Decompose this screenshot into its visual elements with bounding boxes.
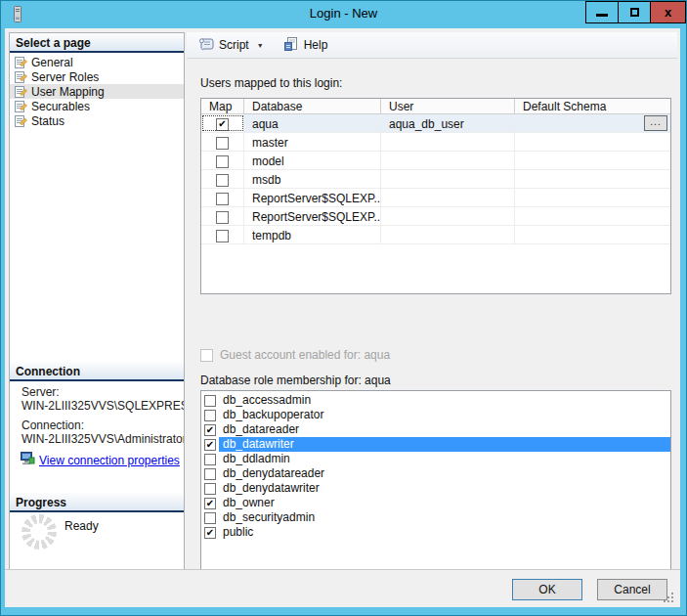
role-item[interactable]: db_accessadmin — [201, 393, 670, 408]
guest-account-label: Guest account enabled for: aqua — [220, 348, 390, 362]
role-checkbox[interactable] — [204, 512, 216, 524]
role-item[interactable]: db_denydatawriter — [201, 481, 670, 496]
table-row[interactable]: ReportServer$SQLEXP... — [201, 207, 670, 226]
role-name: db_backupoperator — [219, 408, 670, 422]
sidebar-page-item[interactable]: Status — [10, 113, 184, 128]
map-checkbox[interactable] — [216, 174, 229, 187]
table-row[interactable]: ✔aquaaqua_db_user... — [201, 114, 670, 133]
page-icon — [15, 85, 27, 98]
table-row[interactable]: model — [201, 152, 670, 170]
table-body: ✔aquaaqua_db_user...mastermodelmsdbRepor… — [201, 114, 670, 244]
database-cell: ReportServer$SQLEXP... — [244, 207, 381, 225]
role-item[interactable]: db_securityadmin — [201, 510, 670, 525]
page-icon — [15, 56, 27, 68]
sidebar-page-item[interactable]: Securables — [10, 99, 184, 113]
map-cell — [201, 170, 244, 188]
table-row[interactable]: ReportServer$SQLEXP... — [201, 189, 670, 207]
table-row[interactable]: tempdb — [201, 226, 670, 244]
map-cell — [201, 189, 244, 206]
ok-button[interactable]: OK — [512, 579, 582, 600]
role-checkbox[interactable]: ✔ — [204, 498, 216, 509]
progress-status: Ready — [64, 519, 99, 533]
map-cell — [201, 152, 244, 169]
page-label: Securables — [31, 100, 90, 113]
role-item[interactable]: ✔db_datawriter — [201, 437, 670, 452]
column-header: Map — [201, 99, 244, 113]
map-checkbox[interactable] — [216, 155, 229, 168]
sidebar-page-item[interactable]: User Mapping — [10, 84, 184, 99]
table-row[interactable]: msdb — [201, 170, 670, 189]
column-header: Default Schema — [515, 99, 670, 113]
help-icon — [283, 36, 299, 55]
close-icon: x — [665, 5, 671, 20]
role-item[interactable]: ✔public — [201, 525, 670, 540]
role-item[interactable]: ✔db_owner — [201, 496, 670, 510]
role-checkbox[interactable] — [204, 483, 216, 495]
default-schema-cell — [515, 152, 670, 169]
role-item[interactable]: db_ddladmin — [201, 452, 670, 466]
sidebar-page-item[interactable]: General — [10, 55, 184, 69]
user-cell — [381, 207, 515, 225]
footer: OK Cancel — [5, 569, 680, 607]
map-checkbox[interactable] — [216, 211, 229, 224]
titlebar: Login - New x — [1, 1, 686, 28]
table-row[interactable]: master — [201, 133, 670, 152]
sidebar: Select a page GeneralServer RolesUser Ma… — [9, 32, 185, 571]
sidebar-page-item[interactable]: Server Roles — [10, 69, 184, 84]
page-list: GeneralServer RolesUser MappingSecurable… — [10, 55, 184, 128]
maximize-button[interactable] — [618, 1, 650, 23]
role-item[interactable]: db_denydatareader — [201, 466, 670, 481]
help-label: Help — [304, 38, 328, 52]
map-cell — [201, 133, 244, 151]
role-checkbox[interactable]: ✔ — [204, 439, 216, 451]
role-name: db_denydatareader — [219, 466, 670, 481]
role-item[interactable]: db_backupoperator — [201, 408, 670, 422]
default-schema-cell — [515, 226, 670, 243]
server-label: Server: — [21, 385, 60, 399]
role-checkbox[interactable] — [204, 395, 216, 407]
script-button[interactable]: Script ▼ — [194, 34, 268, 57]
database-cell: aqua — [244, 114, 381, 132]
column-header: User — [381, 99, 515, 113]
map-checkbox[interactable] — [216, 230, 229, 242]
role-name: public — [219, 525, 670, 540]
users-mapped-label: Users mapped to this login: — [200, 76, 342, 90]
role-name: db_securityadmin — [219, 510, 670, 525]
role-checkbox[interactable]: ✔ — [204, 527, 216, 539]
user-cell — [381, 189, 515, 206]
connection-label: Connection: — [21, 418, 84, 432]
cancel-button[interactable]: Cancel — [597, 579, 667, 600]
minimize-button[interactable] — [585, 1, 618, 23]
role-membership-label: Database role membership for: aqua — [200, 374, 391, 387]
role-checkbox[interactable] — [204, 454, 216, 465]
connection-header: Connection — [10, 362, 184, 381]
map-checkbox[interactable]: ✔ — [216, 118, 229, 131]
database-cell: master — [244, 133, 381, 151]
resize-grip[interactable] — [663, 592, 674, 603]
script-label: Script — [219, 38, 249, 52]
database-cell: model — [244, 152, 381, 169]
default-schema-browse-button[interactable]: ... — [644, 115, 667, 131]
script-dropdown-caret-icon[interactable]: ▼ — [257, 42, 264, 49]
role-name: db_accessadmin — [219, 393, 670, 408]
default-schema-cell: ... — [515, 114, 670, 132]
view-connection-properties-link[interactable]: View connection properties — [39, 454, 180, 467]
progress-spinner-icon — [21, 514, 57, 550]
help-button[interactable]: Help — [279, 34, 332, 57]
map-checkbox[interactable] — [216, 193, 229, 205]
user-mapping-page: Users mapped to this login: MapDatabaseU… — [187, 59, 677, 571]
table-header-row: MapDatabaseUserDefault Schema — [201, 99, 670, 114]
page-label: Server Roles — [31, 70, 99, 84]
close-button[interactable]: x — [650, 1, 686, 23]
guest-account-checkbox — [200, 349, 213, 362]
column-header: Database — [244, 99, 381, 113]
role-checkbox[interactable] — [204, 468, 216, 480]
page-icon — [15, 100, 27, 112]
map-checkbox[interactable] — [216, 137, 229, 150]
map-cell — [201, 226, 244, 243]
role-checkbox[interactable]: ✔ — [204, 424, 216, 436]
role-checkbox[interactable] — [204, 410, 216, 421]
role-item[interactable]: ✔db_datareader — [201, 422, 670, 437]
page-label: User Mapping — [31, 85, 105, 99]
login-new-dialog: Login - New x Select a page GeneralServe… — [0, 0, 687, 616]
